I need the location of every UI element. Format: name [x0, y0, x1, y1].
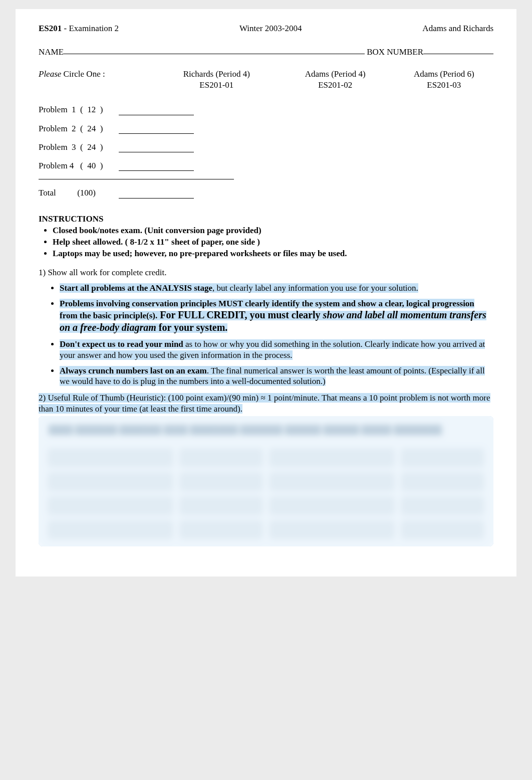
header-center: Winter 2003-2004 — [239, 23, 302, 34]
problem-1-label: Problem 1 ( 12 ) — [39, 104, 119, 115]
header-left: ES201 - Examination 2 — [39, 23, 119, 34]
instruction-help-sheet: Help sheet allowed. ( 8-1/2 x 11" sheet … — [53, 237, 493, 247]
bullet-conservation-principles: Problems involving conservation principl… — [60, 298, 493, 334]
problem-2-row: Problem 2 ( 24 ) — [39, 123, 493, 134]
instruction-closed-book: Closed book/notes exam. (Unit conversion… — [53, 225, 493, 236]
boxnumber-blank[interactable] — [423, 47, 493, 54]
boxnumber-label: BOX NUMBER — [367, 47, 423, 57]
name-label: NAME — [39, 47, 64, 57]
obscured-table — [48, 448, 484, 539]
show-all-work-lead: 1) Show all work for complete credit. — [39, 267, 493, 278]
obscured-content-region: ████ ███████ ███████ ████ ████████ █████… — [39, 416, 493, 546]
section-option-richards[interactable]: Richards (Period 4) ES201-01 — [157, 69, 276, 92]
problem-3-blank[interactable] — [119, 145, 194, 152]
total-row: Total (100) — [39, 187, 493, 198]
obscured-text: ████ ███████ ███████ ████ ████████ █████… — [49, 423, 483, 437]
name-blank[interactable] — [64, 47, 365, 54]
bullet-analysis-stage: Start all problems at the ANALYSIS stage… — [60, 283, 493, 293]
problem-3-row: Problem 3 ( 24 ) — [39, 142, 493, 152]
total-label: Total (100) — [39, 187, 119, 198]
exam-cover-page: ES201 - Examination 2 Winter 2003-2004 A… — [16, 9, 516, 576]
bullet-read-your-mind: Don't expect us to read your mind as to … — [60, 339, 493, 360]
problem-4-label: Problem 4 ( 40 ) — [39, 160, 119, 171]
score-separator — [39, 179, 234, 179]
section-option-adams-p6[interactable]: Adams (Period 6) ES201-03 — [395, 69, 493, 92]
problem-2-blank[interactable] — [119, 126, 194, 134]
instruction-laptops: Laptops may be used; however, no pre-pre… — [53, 248, 493, 259]
section-option-adams-p4[interactable]: Adams (Period 4) ES201-02 — [276, 69, 395, 92]
show-work-list: Start all problems at the ANALYSIS stage… — [39, 283, 493, 387]
section-choice-row: Please Circle One : Richards (Period 4) … — [39, 69, 493, 92]
circle-one-label: Please Circle One : — [39, 69, 157, 92]
bullet-crunch-numbers: Always crunch numbers last on an exam. T… — [60, 365, 493, 387]
score-lines: Problem 1 ( 12 ) Problem 2 ( 24 ) Proble… — [39, 104, 493, 198]
name-boxnumber-line: NAME BOX NUMBER — [39, 47, 493, 57]
running-header: ES201 - Examination 2 Winter 2003-2004 A… — [39, 23, 493, 34]
problem-4-blank[interactable] — [119, 163, 194, 171]
problem-1-row: Problem 1 ( 12 ) — [39, 104, 493, 115]
problem-4-row: Problem 4 ( 40 ) — [39, 160, 493, 171]
problem-3-label: Problem 3 ( 24 ) — [39, 142, 119, 152]
rule-of-thumb: 2) Useful Rule of Thumb (Heuristic): (10… — [39, 393, 493, 414]
problem-2-label: Problem 2 ( 24 ) — [39, 123, 119, 134]
header-right: Adams and Richards — [422, 23, 493, 34]
problem-1-blank[interactable] — [119, 108, 194, 115]
total-blank[interactable] — [119, 191, 194, 199]
instructions-heading: INSTRUCTIONS — [39, 214, 493, 224]
instructions-list: Closed book/notes exam. (Unit conversion… — [39, 225, 493, 259]
